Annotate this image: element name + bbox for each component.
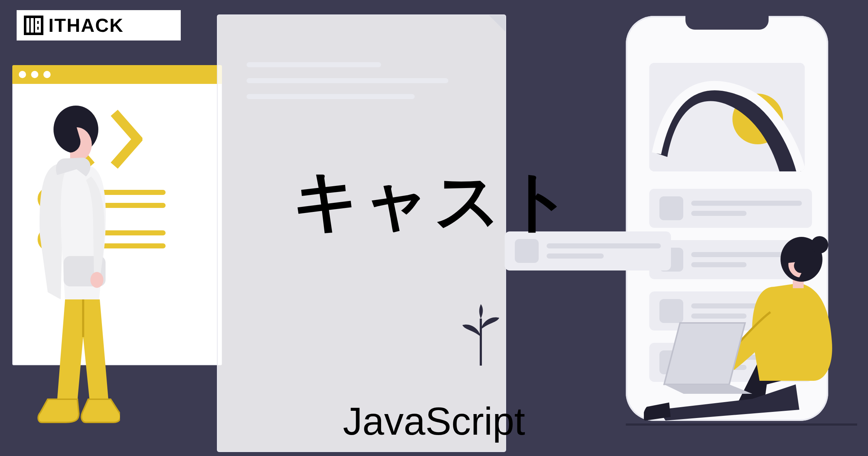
browser-title-bar [12,65,222,84]
plant-sprout-icon [461,304,501,366]
hero-illustration: ITHACK [0,0,868,456]
svg-rect-1 [26,18,29,33]
window-dot [19,71,26,78]
svg-point-16 [811,236,828,253]
brand-name: ITHACK [48,14,124,36]
phone-hero-image [649,63,805,171]
svg-rect-2 [31,18,34,33]
svg-rect-7 [39,18,41,33]
placeholder-line [247,94,415,99]
title-japanese: キャスト [292,157,576,246]
title-english: JavaScript [343,399,525,444]
placeholder-line [691,211,747,216]
svg-marker-19 [664,384,752,394]
ithack-logo-icon [24,16,43,35]
svg-point-12 [90,272,103,288]
svg-rect-6 [35,18,37,33]
window-dot [31,71,38,78]
document-lines [247,62,471,99]
placeholder-line [247,78,448,83]
placeholder-line [247,62,381,67]
window-dot [43,71,51,78]
page-fold-icon [489,15,505,32]
phone-card [649,189,812,228]
svg-marker-17 [664,323,745,384]
person-sitting-laptop [644,229,857,424]
person-standing [22,104,120,426]
placeholder-line [547,253,604,259]
phone-notch [685,16,769,30]
placeholder-line [691,201,802,206]
card-thumb [659,196,683,220]
brand-badge: ITHACK [17,10,181,41]
